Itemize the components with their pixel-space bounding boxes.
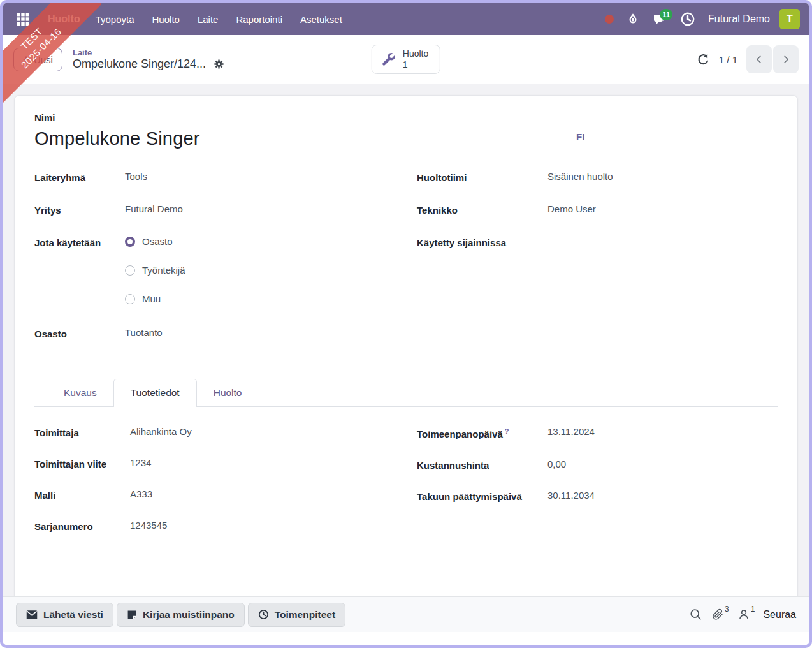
field-value[interactable]: Tuotanto — [125, 327, 163, 339]
avatar[interactable]: T — [779, 9, 800, 29]
settings-gear-button[interactable] — [214, 59, 224, 70]
send-message-button[interactable]: Lähetä viesti — [16, 603, 113, 627]
breadcrumb: Laite Ompelukone Singer/124... — [73, 48, 224, 71]
field-value[interactable]: Demo User — [547, 203, 596, 216]
refresh-button[interactable] — [697, 53, 710, 66]
stat-button-label: Huolto — [403, 48, 428, 59]
maintenance-stat-button[interactable]: Huolto 1 — [372, 45, 440, 74]
chevron-right-icon — [780, 54, 792, 65]
name-field-label: Nimi — [34, 112, 778, 123]
field-value[interactable]: 1243545 — [130, 520, 167, 532]
pager-next-button[interactable] — [773, 45, 799, 73]
field-row-jota-kaytetaan: Jota käytetään Osasto Työntekijä — [34, 236, 417, 304]
follower-count: 1 — [751, 605, 755, 614]
field-label: Jota käytetään — [34, 236, 125, 304]
field-label: Huoltotiimi — [417, 171, 547, 183]
activities-button[interactable] — [677, 8, 699, 30]
field-value[interactable]: 0,00 — [547, 459, 566, 471]
chevron-left-icon — [753, 54, 765, 65]
field-row-huoltotiimi: Huoltotiimi Sisäinen huolto — [417, 171, 778, 183]
field-label: Käytetty sijainnissa — [417, 236, 547, 248]
breadcrumb-current: Ompelukone Singer/124... — [73, 57, 206, 71]
app-window: TEST 2025-04-16 Huolto Työpöytä Huolto L… — [0, 0, 812, 648]
person-icon — [737, 608, 750, 621]
follow-button[interactable]: Seuraa — [763, 609, 796, 621]
current-app-name[interactable]: Huolto — [48, 13, 80, 25]
radio-option-muu[interactable]: Muu — [125, 293, 185, 304]
field-label: Yritys — [34, 203, 125, 216]
paperclip-icon — [711, 608, 724, 621]
nav-item-tyopoyta[interactable]: Työpöytä — [87, 5, 143, 34]
field-label: Laiteryhmä — [34, 171, 125, 183]
field-label: Osasto — [34, 327, 125, 339]
radio-icon[interactable] — [125, 294, 135, 304]
new-button[interactable]: + Uusi — [13, 48, 62, 71]
field-label: Teknikko — [417, 203, 547, 216]
radio-option-tyontekija[interactable]: Työntekijä — [125, 265, 185, 276]
field-value[interactable]: 13.11.2024 — [547, 426, 595, 439]
droplet-icon — [626, 12, 640, 26]
nav-menu: Työpöytä Huolto Laite Raportointi Asetuk… — [87, 5, 351, 34]
help-icon[interactable]: ? — [505, 427, 509, 435]
pager-prev-button[interactable] — [746, 45, 772, 73]
nav-item-huolto[interactable]: Huolto — [143, 5, 189, 34]
tab-pane-tuotetiedot: Toimittaja Alihankinta Oy Toimittajan vi… — [34, 407, 778, 551]
field-value[interactable]: 30.11.2034 — [547, 490, 595, 502]
search-messages-button[interactable] — [689, 608, 702, 621]
chatter-bar: Lähetä viesti Kirjaa muistiinpano Toimen… — [3, 596, 809, 632]
field-value[interactable]: 1234 — [130, 457, 151, 469]
messages-button[interactable]: 11 — [649, 8, 671, 30]
field-label: Toimittajan viite — [34, 457, 130, 469]
field-label: Sarjanumero — [34, 520, 130, 532]
pager-counter: 1 / 1 — [719, 54, 737, 65]
log-note-button[interactable]: Kirjaa muistiinpano — [117, 603, 245, 627]
field-row-toimeenpanopaiva: Toimeenpanopäivä? 13.11.2024 — [417, 426, 778, 439]
field-value[interactable]: Sisäinen huolto — [547, 171, 613, 183]
radio-option-osasto[interactable]: Osasto — [125, 236, 185, 247]
envelope-icon — [26, 610, 38, 620]
apps-menu-button[interactable] — [12, 8, 34, 30]
field-label: Toimittaja — [34, 426, 130, 438]
field-value[interactable]: A333 — [130, 489, 152, 501]
nav-item-laite[interactable]: Laite — [189, 5, 228, 34]
activities-label: Toimenpiteet — [275, 609, 335, 621]
field-value[interactable]: Alihankinta Oy — [130, 426, 192, 438]
field-row-laiteryhma: Laiteryhmä Tools — [34, 171, 417, 183]
nav-item-asetukset[interactable]: Asetukset — [291, 5, 351, 34]
equipment-name-title[interactable]: Ompelukone Singer — [34, 128, 778, 149]
message-count-badge: 11 — [660, 9, 672, 20]
activities-schedule-button[interactable]: Toimenpiteet — [248, 603, 345, 627]
company-switcher[interactable]: Futural Demo — [704, 13, 774, 25]
refresh-icon — [697, 53, 710, 66]
field-value[interactable]: Futural Demo — [125, 203, 183, 216]
apps-grid-icon — [15, 11, 31, 27]
search-icon — [689, 608, 702, 621]
control-panel: + Uusi Laite Ompelukone Singer/124... — [3, 35, 809, 84]
followers-button[interactable]: 1 — [737, 608, 755, 621]
field-row-teknikko: Teknikko Demo User — [417, 203, 778, 216]
log-note-label: Kirjaa muistiinpano — [143, 609, 235, 621]
field-row-kustannushinta: Kustannushinta 0,00 — [417, 459, 778, 471]
attachments-button[interactable]: 3 — [711, 608, 729, 621]
note-icon — [127, 610, 137, 620]
stat-button-value: 1 — [403, 59, 428, 70]
field-label: Toimeenpanopäivä? — [417, 426, 547, 439]
form-view-background: Nimi Ompelukone Singer FI Laiteryhmä Too… — [3, 84, 809, 596]
tab-tuotetiedot[interactable]: Tuotetiedot — [113, 379, 197, 407]
tab-kuvaus[interactable]: Kuvaus — [47, 379, 113, 406]
radio-icon[interactable] — [125, 265, 135, 276]
gear-icon — [214, 59, 224, 70]
translation-flag-button[interactable]: FI — [576, 131, 584, 142]
usage-radio-group: Osasto Työntekijä Muu — [125, 236, 185, 304]
nav-item-raportointi[interactable]: Raportointi — [227, 5, 291, 34]
form-sheet: Nimi Ompelukone Singer FI Laiteryhmä Too… — [14, 95, 798, 596]
radio-selected-icon[interactable] — [125, 237, 135, 247]
tab-huolto[interactable]: Huolto — [197, 379, 259, 406]
field-value[interactable]: Tools — [125, 171, 147, 183]
field-row-kaytetty-sijainnissa: Käytetty sijainnissa — [417, 236, 778, 248]
breadcrumb-parent-link[interactable]: Laite — [73, 48, 224, 57]
pager — [746, 45, 799, 73]
send-message-label: Lähetä viesti — [43, 609, 103, 621]
droplet-button[interactable] — [622, 8, 644, 30]
field-row-toimittajan-viite: Toimittajan viite 1234 — [34, 457, 417, 469]
